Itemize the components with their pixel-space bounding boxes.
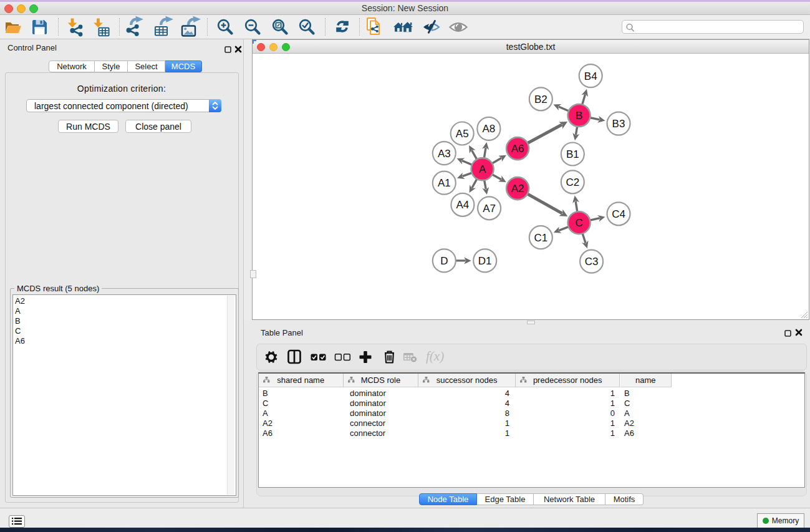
svg-text:B1: B1 [566,148,579,160]
svg-text:A3: A3 [438,148,451,160]
svg-text:C2: C2 [566,177,579,188]
svg-text:D1: D1 [478,255,492,267]
svg-text:A: A [479,163,486,175]
svg-text:D: D [440,255,448,267]
svg-text:B4: B4 [584,70,597,82]
svg-text:C: C [575,217,582,229]
svg-text:A5: A5 [456,128,469,140]
svg-text:B3: B3 [612,118,625,130]
svg-text:B2: B2 [534,94,547,105]
svg-text:A7: A7 [483,203,496,215]
svg-text:A1: A1 [438,177,451,189]
svg-text:A2: A2 [511,183,524,195]
svg-text:C3: C3 [585,256,599,268]
svg-text:A6: A6 [511,143,524,155]
svg-text:B: B [576,110,582,122]
svg-text:C1: C1 [534,232,547,244]
svg-text:A4: A4 [456,199,470,211]
svg-text:C4: C4 [612,208,625,220]
svg-text:A8: A8 [483,123,496,135]
